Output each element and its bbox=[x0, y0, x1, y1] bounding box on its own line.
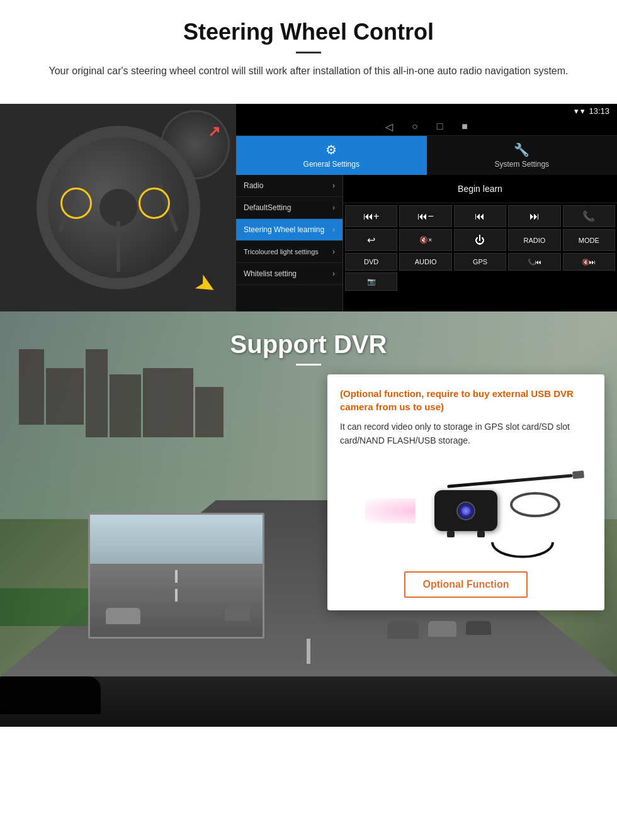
system-settings-icon: 🔧 bbox=[514, 142, 529, 157]
road-cars bbox=[387, 621, 491, 639]
building-silhouettes bbox=[19, 349, 224, 437]
optional-btn-wrapper: Optional Function bbox=[340, 571, 592, 598]
tab-system-settings[interactable]: 🔧 System Settings bbox=[427, 136, 618, 175]
menu-item-radio[interactable]: Radio › bbox=[236, 175, 342, 197]
steering-wheel bbox=[37, 126, 200, 289]
dvr-screenshot bbox=[88, 513, 264, 639]
ctrl-back[interactable]: ↩ bbox=[345, 229, 397, 251]
ctrl-gps[interactable]: GPS bbox=[454, 253, 506, 271]
yellow-arrow: ➤ bbox=[190, 267, 223, 303]
settings-right-panel: Begin learn ⏮+ ⏮− ⏮ ⏭ 📞 ↩ 🔇× ⏻ RADIO MOD… bbox=[343, 175, 617, 311]
settings-tabs: ⚙ General Settings 🔧 System Settings bbox=[236, 136, 617, 175]
title-divider bbox=[296, 52, 321, 53]
menu-item-whitelist[interactable]: Whitelist setting › bbox=[236, 263, 342, 285]
statusbar-time: 13:13 bbox=[589, 106, 609, 116]
menu-radio-chevron: › bbox=[332, 181, 335, 190]
ctrl-mute-next[interactable]: 🔇⏭ bbox=[563, 253, 615, 271]
settings-menu: Radio › DefaultSetting › Steering Wheel … bbox=[236, 175, 343, 311]
ctrl-call[interactable]: 📞 bbox=[563, 205, 615, 227]
statusbar-icons: ▾ ▾ bbox=[574, 106, 586, 116]
control-buttons-grid: ⏮+ ⏮− ⏮ ⏭ 📞 ↩ 🔇× ⏻ RADIO MODE DVD AUDIO … bbox=[343, 203, 617, 293]
camera-body bbox=[434, 490, 497, 531]
ctrl-power[interactable]: ⏻ bbox=[454, 229, 506, 251]
menu-default-label: DefaultSetting bbox=[244, 203, 291, 212]
menu-tricolour-label: Tricoloured light settings bbox=[244, 247, 319, 256]
menu-item-steering[interactable]: Steering Wheel learning › bbox=[236, 219, 342, 241]
menu-tricolour-chevron: › bbox=[332, 247, 335, 256]
highlight-right bbox=[139, 188, 170, 219]
cable-loop bbox=[510, 492, 560, 517]
dvr-info-panel: (Optional function, require to buy exter… bbox=[327, 374, 604, 610]
dvr-description: It can record video only to storage in G… bbox=[340, 420, 592, 448]
highlight-left bbox=[60, 188, 92, 219]
camera-lens bbox=[456, 501, 475, 520]
begin-learn-row: Begin learn bbox=[343, 175, 617, 203]
steering-image-area: ↗ ➤ bbox=[0, 104, 236, 311]
menu-item-tricolour[interactable]: Tricoloured light settings › bbox=[236, 241, 342, 263]
dvr-section: Support DVR bbox=[0, 311, 617, 727]
tab-general-settings[interactable]: ⚙ General Settings bbox=[236, 136, 427, 175]
dvr-camera-visual bbox=[365, 461, 567, 561]
tab-system-label: System Settings bbox=[494, 160, 549, 169]
menu-radio-label: Radio bbox=[244, 181, 263, 190]
steering-section: Steering Wheel Control Your original car… bbox=[0, 0, 617, 104]
ctrl-vol-up[interactable]: ⏮+ bbox=[345, 205, 397, 227]
spoke-bottom bbox=[116, 221, 120, 272]
ctrl-mode[interactable]: MODE bbox=[563, 229, 615, 251]
nav-home[interactable]: ○ bbox=[412, 121, 418, 133]
menu-default-chevron: › bbox=[332, 203, 335, 212]
ctrl-next[interactable]: ⏭ bbox=[508, 205, 560, 227]
dvr-road-bg bbox=[90, 515, 263, 637]
menu-whitelist-label: Whitelist setting bbox=[244, 269, 297, 278]
settings-content: Radio › DefaultSetting › Steering Wheel … bbox=[236, 175, 617, 311]
dvr-divider bbox=[296, 364, 321, 366]
ctrl-dvd[interactable]: DVD bbox=[345, 253, 397, 271]
menu-item-default[interactable]: DefaultSetting › bbox=[236, 197, 342, 219]
ctrl-call-prev[interactable]: 📞⏮ bbox=[508, 253, 560, 271]
android-nav: ◁ ○ □ ■ bbox=[236, 118, 617, 136]
foreground-car bbox=[0, 676, 101, 714]
light-beam bbox=[365, 498, 416, 524]
optional-function-button[interactable]: Optional Function bbox=[404, 571, 528, 598]
dvr-optional-text: (Optional function, require to buy exter… bbox=[340, 387, 592, 413]
ctrl-vol-down[interactable]: ⏮− bbox=[399, 205, 451, 227]
ctrl-prev[interactable]: ⏮ bbox=[454, 205, 506, 227]
general-settings-icon: ⚙ bbox=[325, 142, 337, 157]
nav-recents[interactable]: □ bbox=[437, 121, 443, 133]
nav-menu[interactable]: ■ bbox=[461, 121, 468, 133]
steering-ui-wrapper: ↗ ➤ ▾ ▾ 13:13 ◁ ○ □ ■ bbox=[0, 104, 617, 311]
tab-general-label: General Settings bbox=[303, 160, 359, 169]
android-statusbar: ▾ ▾ 13:13 bbox=[236, 104, 617, 118]
ctrl-mute[interactable]: 🔇× bbox=[399, 229, 451, 251]
begin-learn-button[interactable]: Begin learn bbox=[347, 179, 613, 199]
usb-cable bbox=[447, 474, 573, 488]
menu-steering-chevron: › bbox=[332, 225, 335, 234]
steering-title: Steering Wheel Control bbox=[25, 19, 592, 45]
dvr-camera-area bbox=[340, 461, 592, 561]
cable-coil bbox=[491, 527, 554, 558]
ctrl-camera[interactable]: 📷 bbox=[345, 272, 397, 291]
android-ui-panel: ▾ ▾ 13:13 ◁ ○ □ ■ ⚙ General Settings 🔧 S… bbox=[236, 104, 617, 311]
menu-steering-label: Steering Wheel learning bbox=[244, 225, 324, 234]
menu-whitelist-chevron: › bbox=[332, 269, 335, 278]
nav-back[interactable]: ◁ bbox=[385, 121, 393, 133]
dvr-background: Support DVR bbox=[0, 311, 617, 727]
steering-description: Your original car's steering wheel contr… bbox=[38, 64, 579, 79]
gauge-needle: ↗ bbox=[208, 123, 220, 140]
ctrl-radio[interactable]: RADIO bbox=[508, 229, 560, 251]
ctrl-audio[interactable]: AUDIO bbox=[399, 253, 451, 271]
